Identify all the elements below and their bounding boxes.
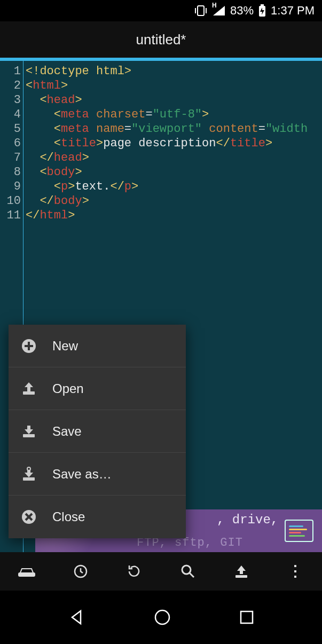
svg-rect-34	[241, 611, 253, 623]
menu-item-label: Save as…	[52, 467, 112, 482]
svg-rect-13	[23, 434, 35, 437]
svg-rect-23	[19, 573, 35, 576]
recent-button[interactable]	[238, 609, 255, 626]
vibrate-icon	[194, 5, 208, 17]
svg-rect-11	[27, 387, 30, 391]
svg-rect-5	[261, 4, 264, 6]
refresh-icon[interactable]	[121, 559, 147, 584]
monitor-code-icon	[285, 520, 313, 542]
clock: 1:37 PM	[271, 4, 315, 18]
svg-marker-32	[72, 611, 81, 624]
svg-rect-9	[25, 345, 33, 347]
menu-item-label: Close	[52, 509, 85, 524]
document-title: untitled*	[136, 32, 186, 48]
more-icon[interactable]	[282, 559, 308, 584]
battery-percent: 83%	[230, 4, 254, 18]
svg-marker-18	[25, 473, 33, 477]
network-type: H	[212, 2, 217, 9]
svg-marker-12	[25, 382, 33, 387]
close-circle-icon	[20, 508, 37, 525]
svg-point-19	[27, 467, 30, 470]
menu-item-close[interactable]: Close	[9, 496, 186, 538]
home-button[interactable]	[153, 608, 172, 627]
disk-icon[interactable]	[14, 559, 40, 584]
file-menu: NewOpenSaveSave as…Close	[9, 325, 186, 538]
save-as-icon	[20, 466, 37, 483]
history-icon[interactable]	[68, 559, 93, 584]
svg-rect-30	[294, 570, 296, 572]
svg-rect-16	[23, 477, 35, 481]
menu-item-save-as-[interactable]: Save as…	[9, 453, 186, 496]
save-icon	[20, 423, 37, 440]
banner-text-1: , drive,	[217, 513, 278, 527]
svg-point-25	[182, 566, 191, 574]
svg-rect-27	[235, 575, 247, 578]
menu-item-label: New	[52, 339, 78, 354]
svg-rect-29	[294, 565, 296, 567]
menu-item-save[interactable]: Save	[9, 410, 186, 453]
app-toolbar	[0, 552, 322, 591]
open-icon	[20, 380, 37, 397]
menu-item-new[interactable]: New	[9, 325, 186, 367]
svg-point-33	[155, 610, 169, 624]
svg-rect-0	[198, 6, 204, 15]
svg-marker-15	[25, 429, 33, 434]
menu-item-open[interactable]: Open	[9, 367, 186, 410]
battery-icon	[258, 4, 266, 17]
search-icon[interactable]	[175, 559, 201, 584]
menu-item-label: Open	[52, 381, 84, 396]
title-bar: untitled*	[0, 21, 322, 58]
back-button[interactable]	[67, 608, 86, 627]
android-nav-bar	[0, 591, 322, 644]
svg-line-26	[190, 573, 194, 577]
svg-rect-10	[23, 391, 35, 395]
plus-circle-icon	[20, 337, 37, 355]
signal-icon: H	[212, 5, 226, 17]
status-bar: H 83% 1:37 PM	[0, 0, 322, 21]
svg-rect-31	[294, 576, 296, 578]
svg-marker-28	[237, 566, 246, 574]
upload-icon[interactable]	[229, 559, 254, 584]
menu-item-label: Save	[52, 424, 82, 439]
